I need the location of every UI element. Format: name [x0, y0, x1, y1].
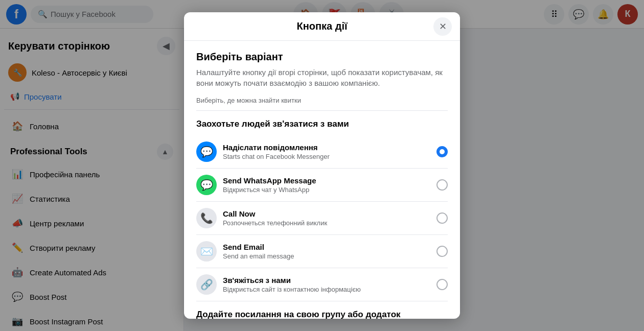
option-call[interactable]: 📞 Call Now Розпочнеться телефонний викли… — [196, 202, 448, 235]
call-option-title: Call Now — [223, 209, 436, 218]
email-option-subtitle: Send an email message — [223, 252, 436, 260]
contact-option-subtitle: Відкриється сайт із контактною інформаці… — [223, 286, 436, 293]
whatsapp-option-text: Send WhatsApp Message Відкриється чат у … — [223, 176, 436, 194]
whatsapp-option-icon: 💬 — [196, 175, 217, 195]
messenger-radio-inner — [440, 149, 445, 154]
option-messenger[interactable]: 💬 Надіслати повідомлення Starts chat on … — [196, 135, 448, 169]
option-whatsapp[interactable]: 💬 Send WhatsApp Message Відкриється чат … — [196, 169, 448, 202]
email-option-text: Send Email Send an email message — [223, 243, 436, 260]
email-option-title: Send Email — [223, 243, 436, 251]
modal-overlay[interactable]: Кнопка дії ✕ Виберіть варіант Налаштуйте… — [0, 0, 644, 331]
call-option-text: Call Now Розпочнеться телефонний виклик — [223, 209, 436, 227]
whatsapp-option-subtitle: Відкриється чат у WhatsApp — [223, 186, 436, 194]
contact-option-icon: 🔗 — [196, 274, 217, 295]
whatsapp-option-title: Send WhatsApp Message — [223, 176, 436, 185]
contact-option-title: Зв'яжіться з нами — [223, 276, 436, 285]
option-contact[interactable]: 🔗 Зв'яжіться з нами Відкриється сайт із … — [196, 268, 448, 301]
messenger-option-title: Надіслати повідомлення — [223, 143, 436, 152]
option-email[interactable]: ✉️ Send Email Send an email message — [196, 235, 448, 268]
messenger-option-subtitle: Starts chat on Facebook Messenger — [223, 153, 436, 160]
contact-radio[interactable] — [436, 279, 448, 290]
whatsapp-radio[interactable] — [436, 179, 448, 191]
engage-section-label: Заохотьте людей зв'язатися з вами — [196, 119, 448, 129]
modal-title: Кнопка дії — [296, 20, 347, 32]
messenger-radio[interactable] — [436, 146, 448, 157]
contact-option-text: Зв'яжіться з нами Відкриється сайт із ко… — [223, 276, 436, 293]
modal-section-title: Виберіть варіант — [196, 51, 448, 63]
modal-hint: Виберіть, де можна знайти квитки — [196, 94, 448, 111]
messenger-option-icon: 💬 — [196, 141, 217, 162]
link-section-label: Додайте посилання на свою групу або дода… — [196, 310, 448, 319]
modal-header: Кнопка дії ✕ — [184, 12, 460, 41]
email-option-icon: ✉️ — [196, 241, 217, 262]
modal-section-desc: Налаштуйте кнопку дії вгорі сторінки, що… — [196, 67, 448, 88]
modal-close-button[interactable]: ✕ — [433, 17, 452, 36]
messenger-option-text: Надіслати повідомлення Starts chat on Fa… — [223, 143, 436, 160]
action-button-modal: Кнопка дії ✕ Виберіть варіант Налаштуйте… — [184, 12, 460, 319]
email-radio[interactable] — [436, 246, 448, 257]
call-option-subtitle: Розпочнеться телефонний виклик — [223, 219, 436, 227]
modal-body: Виберіть варіант Налаштуйте кнопку дії в… — [184, 41, 460, 319]
call-option-icon: 📞 — [196, 208, 217, 228]
call-radio[interactable] — [436, 212, 448, 224]
